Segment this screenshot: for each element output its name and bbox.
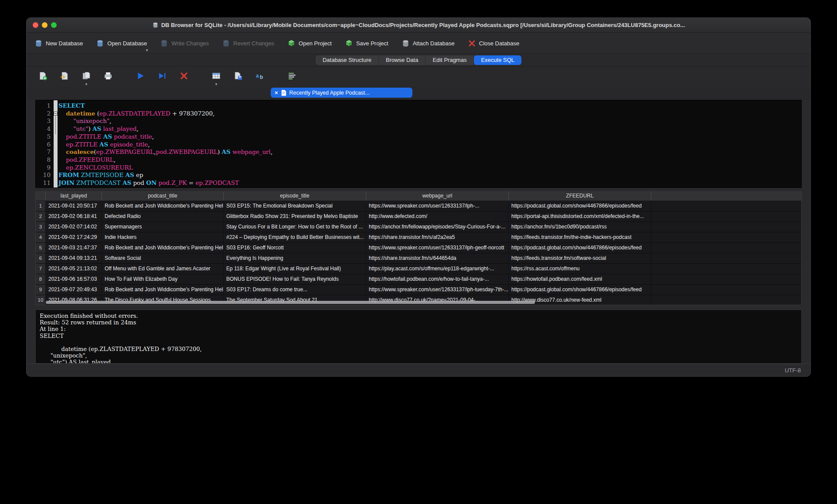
table-row[interactable]: 82021-09-06 16:57:03How To Fail With Eli… <box>36 274 801 285</box>
table-cell[interactable]: https://podcast.global.com/show/4467866/… <box>509 201 651 211</box>
table-cell[interactable]: Rob Beckett and Josh Widdicombe's Parent… <box>102 285 224 295</box>
chevron-down-icon[interactable]: ▾ <box>146 48 148 52</box>
table-cell[interactable]: https://anchor.fm/fellowapp/episodes/Sta… <box>366 222 509 232</box>
sql-line[interactable]: "utc") AS last_played, <box>58 125 801 133</box>
row-number[interactable]: 1 <box>36 201 46 211</box>
column-header-podcast_title[interactable]: podcast_title <box>102 192 224 201</box>
close-database-button[interactable]: Close Database <box>468 39 520 48</box>
table-cell[interactable]: https://anchor.fm/s/1bec0d90/podcast/rss <box>509 222 651 232</box>
save-results-button[interactable] <box>231 70 245 83</box>
table-row[interactable]: 72021-09-05 21:13:02Off Menu with Ed Gam… <box>36 264 801 274</box>
tab-browse-data[interactable]: Browse Data <box>379 55 425 65</box>
table-cell[interactable]: https://howtofail.podbean.com/e/how-to-f… <box>366 274 509 284</box>
table-cell[interactable]: 2021-09-02 17:24:29 <box>46 232 102 242</box>
table-row[interactable]: 22021-09-02 06:18:41Defected RadioGlitte… <box>36 211 801 222</box>
sql-tab[interactable]: × Recently Played Apple Podcast... <box>271 88 412 98</box>
chevron-down-icon[interactable]: ▾ <box>215 82 218 86</box>
row-number[interactable]: 2 <box>36 211 46 221</box>
sql-editor[interactable]: 1234567891011 SELECT datetime (ep.ZLASTD… <box>35 100 802 188</box>
table-cell[interactable]: https://howtofail.podbean.com/feed.xml <box>509 274 651 284</box>
sql-code[interactable]: SELECT datetime (ep.ZLASTDATEPLAYED + 97… <box>58 102 801 187</box>
table-cell[interactable]: Rob Beckett and Josh Widdicombe's Parent… <box>102 243 224 253</box>
table-cell[interactable]: https://feeds.transistor.fm/the-indie-ha… <box>509 232 651 242</box>
sql-line[interactable]: JOIN ZMTPODCAST AS pod ON pod.Z_PK = ep.… <box>58 179 801 187</box>
open-sql-file-button[interactable] <box>58 70 71 83</box>
table-cell[interactable]: Defected Radio <box>102 211 224 221</box>
open-database-button[interactable]: Open Database▾ <box>96 39 147 48</box>
row-number[interactable]: 10 <box>36 295 46 305</box>
horizontal-scrollbar[interactable] <box>46 301 535 304</box>
sql-line[interactable]: ep.ZENCLOSUREURL <box>58 164 801 172</box>
execution-log[interactable]: Execution finished without errors. Resul… <box>35 310 802 364</box>
table-cell[interactable]: Glitterbox Radio Show 231: Presented by … <box>224 211 366 221</box>
sql-line[interactable]: coalesce(ep.ZWEBPAGEURL,pod.ZWEBPAGEURL)… <box>58 148 801 156</box>
table-cell[interactable]: 2021-09-06 16:57:03 <box>46 274 102 284</box>
row-number[interactable]: 7 <box>36 264 46 274</box>
row-number[interactable]: 9 <box>36 285 46 295</box>
fold-collapse-icon[interactable] <box>54 112 58 116</box>
table-cell[interactable]: Software Social <box>102 253 224 263</box>
fold-margin[interactable] <box>54 100 58 187</box>
attach-database-button[interactable]: Attach Database <box>401 39 455 48</box>
chevron-down-icon[interactable]: ▾ <box>85 82 88 86</box>
sql-line[interactable]: SELECT <box>58 102 801 110</box>
table-cell[interactable]: Ep 118: Edgar Wright (Live at Royal Fest… <box>224 264 366 274</box>
table-cell[interactable]: https://share.transistor.fm/s/af2a2ea5 <box>366 232 509 242</box>
table-cell[interactable]: Supermanagers <box>102 222 224 232</box>
titlebar[interactable]: DB Browser for SQLite - /Users/si/Librar… <box>27 18 810 33</box>
table-cell[interactable]: Everything Is Happening <box>224 253 366 263</box>
execute-all-button[interactable] <box>134 70 147 83</box>
table-row[interactable]: 42021-09-02 17:24:29Indie Hackers#224 – … <box>36 232 801 243</box>
new-database-button[interactable]: New Database <box>34 39 83 48</box>
sql-line[interactable]: datetime (ep.ZLASTDATEPLAYED + 978307200… <box>58 110 801 118</box>
table-cell[interactable]: Rob Beckett and Josh Widdicombe's Parent… <box>102 201 224 211</box>
table-cell[interactable]: Stay Curious For a Bit Longer: How to Ge… <box>224 222 366 232</box>
table-cell[interactable]: Off Menu with Ed Gamble and James Acaste… <box>102 264 224 274</box>
table-cell[interactable]: 2021-09-03 21:47:37 <box>46 243 102 253</box>
row-number[interactable]: 6 <box>36 253 46 263</box>
table-row[interactable]: 52021-09-03 21:47:37Rob Beckett and Josh… <box>36 243 801 253</box>
stop-execution-button[interactable] <box>177 70 191 83</box>
print-sql-button[interactable] <box>102 70 115 83</box>
sql-line[interactable]: ep.ZTITLE AS episode_title, <box>58 141 801 149</box>
export-results-button[interactable]: ▾ <box>210 70 223 83</box>
save-project-button[interactable]: Save Project <box>345 39 388 48</box>
table-cell[interactable]: https://www.spreaker.com/user/12633137/l… <box>366 243 509 253</box>
column-header-last_played[interactable]: last_played <box>46 192 102 201</box>
open-project-button[interactable]: Open Project <box>287 39 332 48</box>
table-row[interactable]: 12021-09-01 20:50:17Rob Beckett and Josh… <box>36 201 801 211</box>
open-sql-new-tab-button[interactable]: ▾ <box>80 70 93 83</box>
table-cell[interactable]: 2021-09-04 09:13:21 <box>46 253 102 263</box>
table-cell[interactable]: Indie Hackers <box>102 232 224 242</box>
table-row[interactable]: 32021-09-02 07:14:02SupermanagersStay Cu… <box>36 222 801 232</box>
table-cell[interactable]: https://rss.acast.com/offmenu <box>509 264 651 274</box>
table-cell[interactable]: https://www.spreaker.com/user/12633137/l… <box>366 285 509 295</box>
table-cell[interactable]: #224 – Deploying Empathy to Build Better… <box>224 232 366 242</box>
table-cell[interactable]: https://share.transistor.fm/s/644654da <box>366 253 509 263</box>
find-replace-button[interactable]: ab <box>253 70 266 83</box>
sql-line[interactable]: "unixepoch", <box>58 117 801 125</box>
table-cell[interactable]: http://www.defected.com/ <box>366 211 509 221</box>
table-cell[interactable]: https://portal-api.thisisdistorted.com/x… <box>509 211 651 221</box>
tab-database-structure[interactable]: Database Structure <box>316 55 379 65</box>
new-sql-tab-button[interactable] <box>36 70 49 83</box>
table-cell[interactable]: https://podcast.global.com/show/4467866/… <box>509 285 651 295</box>
row-number[interactable]: 4 <box>36 232 46 242</box>
table-cell[interactable]: BONUS EPISODE! How to Fail: Tanya Reynol… <box>224 274 366 284</box>
table-row[interactable]: 92021-09-07 20:49:43Rob Beckett and Josh… <box>36 285 801 295</box>
table-cell[interactable]: 2021-09-01 20:50:17 <box>46 201 102 211</box>
close-tab-icon[interactable]: × <box>275 88 278 98</box>
table-cell[interactable]: 2021-09-02 07:14:02 <box>46 222 102 232</box>
table-cell[interactable]: https://feeds.transistor.fm/software-soc… <box>509 253 651 263</box>
sql-line[interactable]: FROM ZMTEPISODE AS ep <box>58 171 801 179</box>
table-cell[interactable]: S03 EP16: Geoff Norcott <box>224 243 366 253</box>
format-sql-button[interactable] <box>286 70 299 83</box>
table-row[interactable]: 62021-09-04 09:13:21Software SocialEvery… <box>36 253 801 264</box>
column-header-episode_title[interactable]: episode_title <box>224 192 366 201</box>
table-cell[interactable]: https://www.spreaker.com/user/12633137/l… <box>366 201 509 211</box>
table-cell[interactable]: 2021-09-07 20:49:43 <box>46 285 102 295</box>
table-cell[interactable]: 2021-09-02 06:18:41 <box>46 211 102 221</box>
table-cell[interactable]: 2021-09-05 21:13:02 <box>46 264 102 274</box>
column-header-ZFEEDURL[interactable]: ZFEEDURL <box>509 192 651 201</box>
table-cell[interactable]: S03 EP17: Dreams do come true... <box>224 285 366 295</box>
